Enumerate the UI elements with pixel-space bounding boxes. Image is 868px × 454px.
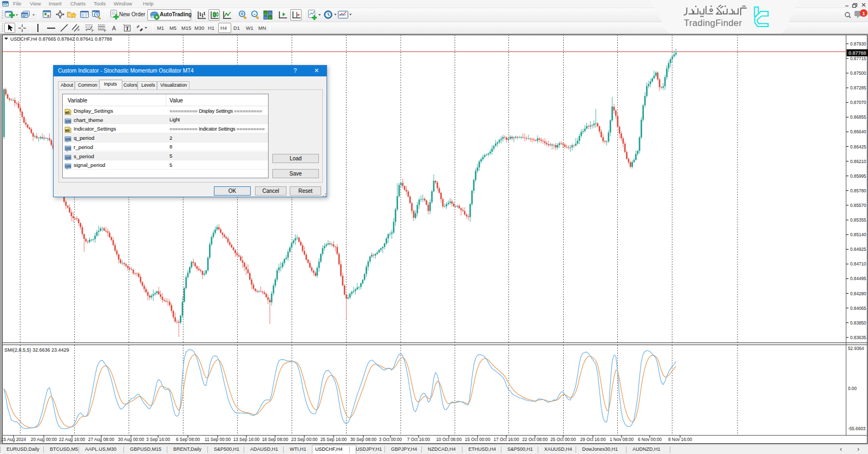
svg-text:0.85355: 0.85355 <box>850 218 866 223</box>
svg-text:15 Oct 00:00: 15 Oct 00:00 <box>465 437 491 442</box>
svg-text:0.87930: 0.87930 <box>850 42 866 47</box>
svg-text:0.87285: 0.87285 <box>850 86 866 90</box>
svg-text:30 Aug 00:00: 30 Aug 00:00 <box>118 437 145 442</box>
svg-text:22 Aug 16:00: 22 Aug 16:00 <box>59 437 86 442</box>
svg-text:0.85140: 0.85140 <box>850 232 866 237</box>
svg-text:0.86640: 0.86640 <box>850 129 866 134</box>
svg-text:123: 123 <box>65 147 71 150</box>
svg-text:0.87715: 0.87715 <box>850 56 866 61</box>
svg-text:52.9364: 52.9364 <box>848 346 864 351</box>
svg-text:25 Oct 00:00: 25 Oct 00:00 <box>551 437 576 442</box>
svg-text:6 Nov 00:00: 6 Nov 00:00 <box>638 437 662 442</box>
svg-text:0.84495: 0.84495 <box>850 276 866 281</box>
svg-text:0.00: 0.00 <box>848 386 857 391</box>
svg-text:7 Oct 16:00: 7 Oct 16:00 <box>407 437 430 442</box>
svg-text:20 Aug 00:00: 20 Aug 00:00 <box>31 437 57 442</box>
svg-text:6 Sep 08:00: 6 Sep 08:00 <box>176 437 200 442</box>
svg-text:18 Sep 08:00: 18 Sep 08:00 <box>262 437 289 442</box>
svg-text:TradingFinder: TradingFinder <box>684 18 742 28</box>
svg-text:0.86425: 0.86425 <box>850 145 866 150</box>
svg-text:0.85995: 0.85995 <box>850 174 866 179</box>
svg-text:123: 123 <box>65 156 71 159</box>
svg-text:3 Sep 16:00: 3 Sep 16:00 <box>146 437 171 442</box>
svg-text:23 Sep 00:00: 23 Sep 00:00 <box>291 437 318 442</box>
svg-text:123: 123 <box>65 138 71 141</box>
svg-text:0.86855: 0.86855 <box>850 115 866 120</box>
svg-text:25 Sep 16:00: 25 Sep 16:00 <box>321 437 347 442</box>
svg-text:0.84925: 0.84925 <box>850 247 866 252</box>
svg-text:27 Aug 08:00: 27 Aug 08:00 <box>88 437 115 442</box>
svg-text:0.87500: 0.87500 <box>850 71 866 76</box>
svg-text:0.84710: 0.84710 <box>850 262 866 267</box>
svg-text:22 Oct 08:00: 22 Oct 08:00 <box>523 437 548 442</box>
svg-text:8 Nov 16:00: 8 Nov 16:00 <box>668 437 693 442</box>
svg-text:123: 123 <box>65 120 71 123</box>
svg-text:0.84280: 0.84280 <box>850 291 866 296</box>
svg-text:ab: ab <box>65 110 70 115</box>
svg-text:ab: ab <box>65 128 70 133</box>
svg-text:3 Oct 00:00: 3 Oct 00:00 <box>379 437 402 442</box>
svg-text:1 Nov 08:00: 1 Nov 08:00 <box>610 437 634 442</box>
svg-text:17 Oct 16:00: 17 Oct 16:00 <box>494 437 519 442</box>
svg-text:0.87788: 0.87788 <box>849 50 866 56</box>
svg-text:0.86210: 0.86210 <box>850 159 866 164</box>
svg-text:0.84065: 0.84065 <box>850 306 866 311</box>
svg-text:0.83850: 0.83850 <box>850 321 866 326</box>
svg-text:0.87070: 0.87070 <box>850 100 866 105</box>
svg-text:USDCHF,H4 0.87665 0.87842 0.8: USDCHF,H4 0.87665 0.87842 0.87641 0.8778… <box>10 36 112 42</box>
svg-text:11 Sep 00:00: 11 Sep 00:00 <box>205 437 231 442</box>
svg-text:15 Aug 2024: 15 Aug 2024 <box>1 437 26 442</box>
svg-text:0.83635: 0.83635 <box>850 335 866 340</box>
svg-text:10 Oct 08:00: 10 Oct 08:00 <box>436 437 462 442</box>
svg-text:1: 1 <box>862 11 865 16</box>
svg-text:0.85780: 0.85780 <box>850 189 866 193</box>
svg-text:123: 123 <box>65 165 71 168</box>
svg-text:29 Oct 16:00: 29 Oct 16:00 <box>580 437 606 442</box>
svg-text:13 Sep 16:00: 13 Sep 16:00 <box>233 437 260 442</box>
svg-text:0.85570: 0.85570 <box>850 203 866 208</box>
svg-text:-55.6603: -55.6603 <box>848 426 866 431</box>
svg-text:SMI(2,8,5,5) 32.6636 23.4429: SMI(2,8,5,5) 32.6636 23.4429 <box>4 347 69 353</box>
svg-text:30 Sep 08:00: 30 Sep 08:00 <box>350 437 377 442</box>
